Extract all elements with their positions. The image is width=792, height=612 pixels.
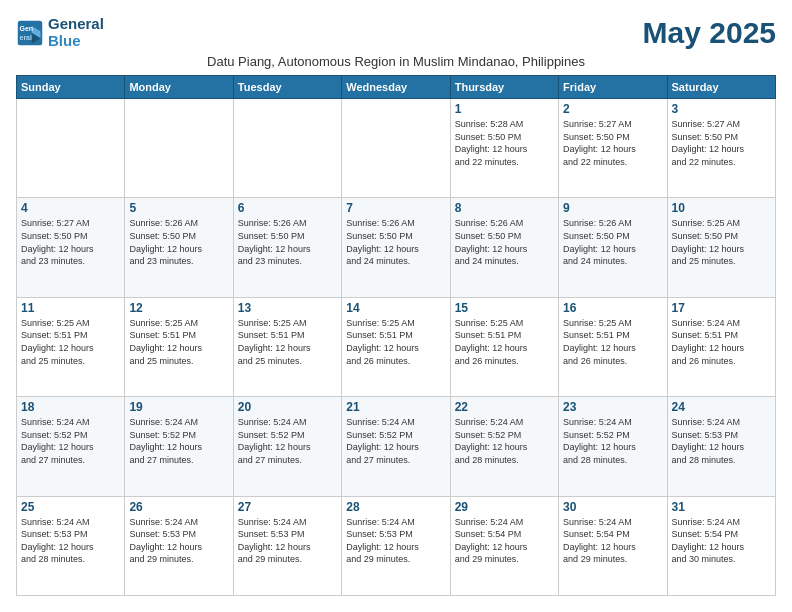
week-row-2: 4Sunrise: 5:27 AMSunset: 5:50 PMDaylight…: [17, 198, 776, 297]
week-row-3: 11Sunrise: 5:25 AMSunset: 5:51 PMDayligh…: [17, 297, 776, 396]
calendar-cell: 5Sunrise: 5:26 AMSunset: 5:50 PMDaylight…: [125, 198, 233, 297]
day-info: Sunrise: 5:27 AMSunset: 5:50 PMDaylight:…: [21, 217, 120, 267]
day-number: 20: [238, 400, 337, 414]
title-block: May 2025: [643, 16, 776, 50]
day-number: 11: [21, 301, 120, 315]
day-info: Sunrise: 5:24 AMSunset: 5:54 PMDaylight:…: [563, 516, 662, 566]
day-info: Sunrise: 5:25 AMSunset: 5:51 PMDaylight:…: [129, 317, 228, 367]
calendar-cell: 14Sunrise: 5:25 AMSunset: 5:51 PMDayligh…: [342, 297, 450, 396]
day-number: 28: [346, 500, 445, 514]
col-saturday: Saturday: [667, 76, 775, 99]
col-sunday: Sunday: [17, 76, 125, 99]
day-number: 25: [21, 500, 120, 514]
day-number: 5: [129, 201, 228, 215]
day-number: 29: [455, 500, 554, 514]
calendar-cell: [342, 99, 450, 198]
day-number: 2: [563, 102, 662, 116]
day-info: Sunrise: 5:25 AMSunset: 5:51 PMDaylight:…: [455, 317, 554, 367]
calendar-cell: 24Sunrise: 5:24 AMSunset: 5:53 PMDayligh…: [667, 397, 775, 496]
svg-text:eral: eral: [20, 34, 33, 41]
col-wednesday: Wednesday: [342, 76, 450, 99]
week-row-1: 1Sunrise: 5:28 AMSunset: 5:50 PMDaylight…: [17, 99, 776, 198]
calendar-cell: 25Sunrise: 5:24 AMSunset: 5:53 PMDayligh…: [17, 496, 125, 595]
day-info: Sunrise: 5:27 AMSunset: 5:50 PMDaylight:…: [563, 118, 662, 168]
logo: Gen eral General Blue: [16, 16, 104, 49]
day-number: 24: [672, 400, 771, 414]
day-info: Sunrise: 5:24 AMSunset: 5:51 PMDaylight:…: [672, 317, 771, 367]
calendar-cell: 4Sunrise: 5:27 AMSunset: 5:50 PMDaylight…: [17, 198, 125, 297]
day-number: 27: [238, 500, 337, 514]
calendar-cell: 17Sunrise: 5:24 AMSunset: 5:51 PMDayligh…: [667, 297, 775, 396]
day-number: 3: [672, 102, 771, 116]
calendar-cell: 12Sunrise: 5:25 AMSunset: 5:51 PMDayligh…: [125, 297, 233, 396]
col-thursday: Thursday: [450, 76, 558, 99]
month-title: May 2025: [643, 16, 776, 50]
calendar-cell: 27Sunrise: 5:24 AMSunset: 5:53 PMDayligh…: [233, 496, 341, 595]
calendar-cell: 10Sunrise: 5:25 AMSunset: 5:50 PMDayligh…: [667, 198, 775, 297]
calendar-cell: [233, 99, 341, 198]
calendar-cell: 9Sunrise: 5:26 AMSunset: 5:50 PMDaylight…: [559, 198, 667, 297]
calendar-cell: 2Sunrise: 5:27 AMSunset: 5:50 PMDaylight…: [559, 99, 667, 198]
day-number: 4: [21, 201, 120, 215]
calendar-cell: [17, 99, 125, 198]
day-number: 17: [672, 301, 771, 315]
day-number: 19: [129, 400, 228, 414]
day-info: Sunrise: 5:26 AMSunset: 5:50 PMDaylight:…: [238, 217, 337, 267]
day-info: Sunrise: 5:26 AMSunset: 5:50 PMDaylight:…: [455, 217, 554, 267]
day-number: 13: [238, 301, 337, 315]
day-number: 30: [563, 500, 662, 514]
day-number: 23: [563, 400, 662, 414]
day-number: 18: [21, 400, 120, 414]
calendar-header-row: Sunday Monday Tuesday Wednesday Thursday…: [17, 76, 776, 99]
day-info: Sunrise: 5:24 AMSunset: 5:52 PMDaylight:…: [455, 416, 554, 466]
calendar-cell: 1Sunrise: 5:28 AMSunset: 5:50 PMDaylight…: [450, 99, 558, 198]
calendar-table: Sunday Monday Tuesday Wednesday Thursday…: [16, 75, 776, 596]
calendar-cell: 28Sunrise: 5:24 AMSunset: 5:53 PMDayligh…: [342, 496, 450, 595]
day-info: Sunrise: 5:24 AMSunset: 5:53 PMDaylight:…: [238, 516, 337, 566]
calendar-cell: 7Sunrise: 5:26 AMSunset: 5:50 PMDaylight…: [342, 198, 450, 297]
day-info: Sunrise: 5:25 AMSunset: 5:51 PMDaylight:…: [21, 317, 120, 367]
day-info: Sunrise: 5:25 AMSunset: 5:51 PMDaylight:…: [563, 317, 662, 367]
calendar-cell: 19Sunrise: 5:24 AMSunset: 5:52 PMDayligh…: [125, 397, 233, 496]
calendar-cell: 18Sunrise: 5:24 AMSunset: 5:52 PMDayligh…: [17, 397, 125, 496]
day-info: Sunrise: 5:24 AMSunset: 5:52 PMDaylight:…: [129, 416, 228, 466]
day-info: Sunrise: 5:24 AMSunset: 5:54 PMDaylight:…: [455, 516, 554, 566]
day-info: Sunrise: 5:24 AMSunset: 5:53 PMDaylight:…: [346, 516, 445, 566]
week-row-4: 18Sunrise: 5:24 AMSunset: 5:52 PMDayligh…: [17, 397, 776, 496]
day-info: Sunrise: 5:24 AMSunset: 5:52 PMDaylight:…: [238, 416, 337, 466]
day-info: Sunrise: 5:24 AMSunset: 5:52 PMDaylight:…: [563, 416, 662, 466]
day-number: 12: [129, 301, 228, 315]
day-info: Sunrise: 5:25 AMSunset: 5:50 PMDaylight:…: [672, 217, 771, 267]
day-info: Sunrise: 5:24 AMSunset: 5:52 PMDaylight:…: [346, 416, 445, 466]
col-friday: Friday: [559, 76, 667, 99]
day-number: 15: [455, 301, 554, 315]
calendar-cell: 23Sunrise: 5:24 AMSunset: 5:52 PMDayligh…: [559, 397, 667, 496]
col-tuesday: Tuesday: [233, 76, 341, 99]
day-number: 21: [346, 400, 445, 414]
day-number: 26: [129, 500, 228, 514]
calendar-cell: 11Sunrise: 5:25 AMSunset: 5:51 PMDayligh…: [17, 297, 125, 396]
day-info: Sunrise: 5:24 AMSunset: 5:53 PMDaylight:…: [672, 416, 771, 466]
day-info: Sunrise: 5:24 AMSunset: 5:53 PMDaylight:…: [129, 516, 228, 566]
calendar-cell: 30Sunrise: 5:24 AMSunset: 5:54 PMDayligh…: [559, 496, 667, 595]
day-info: Sunrise: 5:28 AMSunset: 5:50 PMDaylight:…: [455, 118, 554, 168]
calendar-cell: 31Sunrise: 5:24 AMSunset: 5:54 PMDayligh…: [667, 496, 775, 595]
calendar-cell: 21Sunrise: 5:24 AMSunset: 5:52 PMDayligh…: [342, 397, 450, 496]
day-number: 31: [672, 500, 771, 514]
svg-text:Gen: Gen: [20, 25, 34, 32]
calendar-cell: 22Sunrise: 5:24 AMSunset: 5:52 PMDayligh…: [450, 397, 558, 496]
week-row-5: 25Sunrise: 5:24 AMSunset: 5:53 PMDayligh…: [17, 496, 776, 595]
calendar-cell: [125, 99, 233, 198]
day-info: Sunrise: 5:24 AMSunset: 5:54 PMDaylight:…: [672, 516, 771, 566]
col-monday: Monday: [125, 76, 233, 99]
day-number: 8: [455, 201, 554, 215]
header: Gen eral General Blue May 2025: [16, 16, 776, 50]
calendar-cell: 8Sunrise: 5:26 AMSunset: 5:50 PMDaylight…: [450, 198, 558, 297]
day-number: 16: [563, 301, 662, 315]
calendar-cell: 26Sunrise: 5:24 AMSunset: 5:53 PMDayligh…: [125, 496, 233, 595]
day-number: 10: [672, 201, 771, 215]
day-info: Sunrise: 5:27 AMSunset: 5:50 PMDaylight:…: [672, 118, 771, 168]
day-number: 6: [238, 201, 337, 215]
day-info: Sunrise: 5:26 AMSunset: 5:50 PMDaylight:…: [346, 217, 445, 267]
day-info: Sunrise: 5:25 AMSunset: 5:51 PMDaylight:…: [238, 317, 337, 367]
